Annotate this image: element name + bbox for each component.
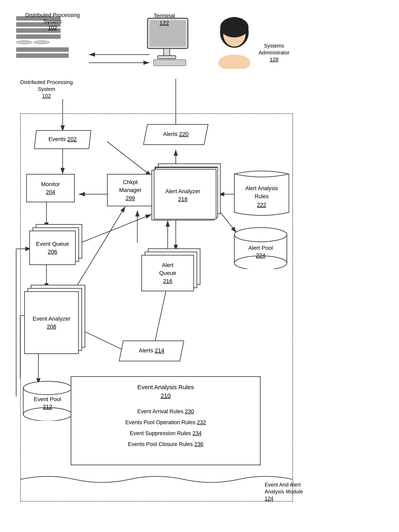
svg-text:222: 222 bbox=[257, 202, 266, 208]
svg-text:224: 224 bbox=[256, 252, 265, 259]
event-analyzer-box: Event Analyzer 208 bbox=[24, 291, 79, 354]
systems-admin-label: SystemsAdministrator 128 bbox=[258, 43, 289, 63]
events-pool-operation-rules: Events Pool Operation Rules 232 bbox=[80, 417, 252, 428]
svg-rect-31 bbox=[153, 60, 186, 66]
svg-point-51 bbox=[23, 381, 72, 395]
event-queue-box: Event Queue 206 bbox=[29, 231, 76, 265]
svg-text:Events 202: Events 202 bbox=[49, 136, 77, 142]
event-suppression-rules: Event Suppression Rules 234 bbox=[80, 428, 252, 439]
terminal-label: Terminal 122 bbox=[153, 12, 175, 27]
events-pool-closure-rules: Events Pool Closure Rules 236 bbox=[80, 439, 252, 450]
distributed-processing-label: Distributed Processing System 102 bbox=[20, 79, 73, 99]
alert-queue-box: AlertQueue 216 bbox=[141, 255, 194, 291]
svg-point-34 bbox=[220, 17, 248, 38]
svg-text:212: 212 bbox=[43, 404, 52, 410]
dist-proc-top-label: Distributed ProcessingSystem102 bbox=[22, 12, 83, 31]
alerts-220-box: Alerts 220 bbox=[141, 123, 210, 146]
events-202-box: Events 202 bbox=[31, 129, 94, 150]
svg-text:Alerts 214: Alerts 214 bbox=[139, 347, 164, 354]
svg-rect-30 bbox=[158, 56, 176, 59]
diagram-container: Distributed Processing System 102 Termin… bbox=[0, 0, 399, 532]
alert-analyzer-box: Alert Analyzer 218 bbox=[152, 170, 214, 221]
chkpt-manager-box: ChkptManager 299 bbox=[107, 174, 153, 206]
svg-text:Rules: Rules bbox=[255, 193, 269, 199]
event-analysis-rules-box: Event Analysis Rules 210 Event Arrival R… bbox=[71, 376, 261, 465]
wave-decoration bbox=[20, 473, 293, 486]
alerts-214-box: Alerts 214 bbox=[117, 340, 186, 362]
alert-analysis-rules-box: Alert Analysis Rules 222 bbox=[232, 168, 291, 216]
svg-text:Alerts 220: Alerts 220 bbox=[163, 131, 189, 137]
monitor-204-box: Monitor 204 bbox=[26, 174, 75, 202]
svg-text:Alert Analysis: Alert Analysis bbox=[245, 185, 278, 191]
alert-pool-cylinder: Alert Pool 224 bbox=[232, 227, 289, 269]
event-pool-cylinder: Event Pool 212 bbox=[21, 380, 74, 421]
systems-admin-icon bbox=[212, 16, 257, 70]
svg-text:Event Pool: Event Pool bbox=[34, 396, 61, 402]
svg-point-35 bbox=[218, 55, 251, 69]
svg-point-44 bbox=[234, 228, 287, 242]
event-arrival-rules: Event Arrival Rules 230 bbox=[80, 406, 252, 417]
svg-text:Alert Pool: Alert Pool bbox=[248, 245, 273, 251]
